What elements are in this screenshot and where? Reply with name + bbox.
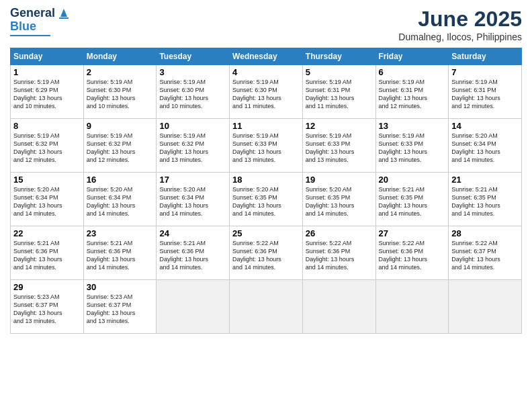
day-number: 14 <box>451 121 519 131</box>
table-row: 12Sunrise: 5:19 AMSunset: 6:33 PMDayligh… <box>302 119 375 173</box>
subtitle: Dumalneg, Ilocos, Philippines <box>398 32 522 42</box>
calendar-row: 29Sunrise: 5:23 AMSunset: 6:37 PMDayligh… <box>11 280 522 334</box>
day-number: 27 <box>379 228 446 238</box>
table-row: 19Sunrise: 5:20 AMSunset: 6:35 PMDayligh… <box>302 173 375 226</box>
cell-info: Sunrise: 5:21 AMSunset: 6:36 PMDaylight:… <box>159 240 208 271</box>
table-row: 21Sunrise: 5:21 AMSunset: 6:35 PMDayligh… <box>449 173 522 226</box>
table-row: 27Sunrise: 5:22 AMSunset: 6:36 PMDayligh… <box>375 226 449 280</box>
cell-info: Sunrise: 5:20 AMSunset: 6:35 PMDaylight:… <box>232 186 281 217</box>
cell-info: Sunrise: 5:23 AMSunset: 6:37 PMDaylight:… <box>13 293 62 324</box>
table-row: 30Sunrise: 5:23 AMSunset: 6:37 PMDayligh… <box>83 280 157 334</box>
logo-text: General <box>10 7 55 20</box>
month-title: June 2025 <box>398 7 522 32</box>
table-row: 13Sunrise: 5:19 AMSunset: 6:33 PMDayligh… <box>375 119 449 173</box>
day-number: 28 <box>451 228 519 238</box>
table-row: 23Sunrise: 5:21 AMSunset: 6:36 PMDayligh… <box>83 226 157 280</box>
table-row: 28Sunrise: 5:22 AMSunset: 6:37 PMDayligh… <box>449 226 522 280</box>
col-thursday: Thursday <box>302 48 375 65</box>
table-row: 2Sunrise: 5:19 AMSunset: 6:30 PMDaylight… <box>83 65 157 119</box>
day-number: 17 <box>159 175 226 185</box>
title-area: June 2025 Dumalneg, Ilocos, Philippines <box>398 7 522 42</box>
calendar-row: 1Sunrise: 5:19 AMSunset: 6:29 PMDaylight… <box>11 65 522 119</box>
day-number: 30 <box>87 282 154 292</box>
col-friday: Friday <box>375 48 449 65</box>
cell-info: Sunrise: 5:20 AMSunset: 6:34 PMDaylight:… <box>159 186 208 217</box>
day-number: 12 <box>306 121 373 131</box>
table-row: 14Sunrise: 5:20 AMSunset: 6:34 PMDayligh… <box>449 119 522 173</box>
main-container: General Blue June 2025 Dumalneg, Ilocos,… <box>0 0 532 411</box>
day-number: 16 <box>87 175 154 185</box>
cell-info: Sunrise: 5:19 AMSunset: 6:30 PMDaylight:… <box>159 79 208 109</box>
table-row: 16Sunrise: 5:20 AMSunset: 6:34 PMDayligh… <box>83 173 157 226</box>
day-number: 25 <box>232 228 300 238</box>
logo-line <box>10 35 50 36</box>
table-row <box>230 280 303 334</box>
day-number: 11 <box>232 121 300 131</box>
cell-info: Sunrise: 5:21 AMSunset: 6:36 PMDaylight:… <box>13 240 62 271</box>
day-number: 15 <box>13 175 81 185</box>
table-row: 8Sunrise: 5:19 AMSunset: 6:32 PMDaylight… <box>11 119 84 173</box>
day-number: 6 <box>379 67 446 77</box>
day-number: 23 <box>87 228 154 238</box>
col-tuesday: Tuesday <box>157 48 230 65</box>
cell-info: Sunrise: 5:19 AMSunset: 6:31 PMDaylight:… <box>306 79 355 109</box>
day-number: 29 <box>13 282 81 292</box>
day-number: 26 <box>306 228 373 238</box>
cell-info: Sunrise: 5:19 AMSunset: 6:31 PMDaylight:… <box>451 79 500 109</box>
col-sunday: Sunday <box>11 48 84 65</box>
cell-info: Sunrise: 5:19 AMSunset: 6:33 PMDaylight:… <box>379 132 428 163</box>
cell-info: Sunrise: 5:21 AMSunset: 6:35 PMDaylight:… <box>379 186 428 217</box>
table-row: 5Sunrise: 5:19 AMSunset: 6:31 PMDaylight… <box>302 65 375 119</box>
svg-marker-0 <box>60 9 67 17</box>
day-number: 5 <box>306 67 373 77</box>
svg-rect-1 <box>59 17 69 19</box>
cell-info: Sunrise: 5:20 AMSunset: 6:34 PMDaylight:… <box>87 186 136 217</box>
day-number: 20 <box>379 175 446 185</box>
day-number: 7 <box>451 67 519 77</box>
table-row: 20Sunrise: 5:21 AMSunset: 6:35 PMDayligh… <box>375 173 449 226</box>
day-number: 1 <box>13 67 81 77</box>
day-number: 8 <box>13 121 81 131</box>
cell-info: Sunrise: 5:19 AMSunset: 6:31 PMDaylight:… <box>379 79 428 109</box>
day-number: 24 <box>159 228 226 238</box>
col-monday: Monday <box>83 48 157 65</box>
day-number: 2 <box>87 67 154 77</box>
table-row: 24Sunrise: 5:21 AMSunset: 6:36 PMDayligh… <box>157 226 230 280</box>
logo-blue: Blue <box>10 20 36 34</box>
calendar-row: 22Sunrise: 5:21 AMSunset: 6:36 PMDayligh… <box>11 226 522 280</box>
day-number: 22 <box>13 228 81 238</box>
day-number: 10 <box>159 121 226 131</box>
table-row: 1Sunrise: 5:19 AMSunset: 6:29 PMDaylight… <box>11 65 84 119</box>
cell-info: Sunrise: 5:19 AMSunset: 6:30 PMDaylight:… <box>87 79 136 109</box>
cell-info: Sunrise: 5:21 AMSunset: 6:35 PMDaylight:… <box>451 186 500 217</box>
table-row <box>302 280 375 334</box>
cell-info: Sunrise: 5:22 AMSunset: 6:36 PMDaylight:… <box>306 240 355 271</box>
header-row: Sunday Monday Tuesday Wednesday Thursday… <box>11 48 522 65</box>
col-wednesday: Wednesday <box>230 48 303 65</box>
table-row: 18Sunrise: 5:20 AMSunset: 6:35 PMDayligh… <box>230 173 303 226</box>
col-saturday: Saturday <box>449 48 522 65</box>
cell-info: Sunrise: 5:22 AMSunset: 6:36 PMDaylight:… <box>379 240 428 271</box>
table-row: 3Sunrise: 5:19 AMSunset: 6:30 PMDaylight… <box>157 65 230 119</box>
cell-info: Sunrise: 5:20 AMSunset: 6:34 PMDaylight:… <box>451 132 500 163</box>
table-row <box>449 280 522 334</box>
logo-icon <box>56 5 71 19</box>
table-row: 26Sunrise: 5:22 AMSunset: 6:36 PMDayligh… <box>302 226 375 280</box>
table-row: 11Sunrise: 5:19 AMSunset: 6:33 PMDayligh… <box>230 119 303 173</box>
cell-info: Sunrise: 5:19 AMSunset: 6:32 PMDaylight:… <box>13 132 62 163</box>
cell-info: Sunrise: 5:23 AMSunset: 6:37 PMDaylight:… <box>87 293 136 324</box>
table-row: 10Sunrise: 5:19 AMSunset: 6:32 PMDayligh… <box>157 119 230 173</box>
header: General Blue June 2025 Dumalneg, Ilocos,… <box>10 7 522 42</box>
table-row: 25Sunrise: 5:22 AMSunset: 6:36 PMDayligh… <box>230 226 303 280</box>
cell-info: Sunrise: 5:22 AMSunset: 6:37 PMDaylight:… <box>451 240 500 271</box>
cell-info: Sunrise: 5:21 AMSunset: 6:36 PMDaylight:… <box>87 240 136 271</box>
day-number: 18 <box>232 175 300 185</box>
cell-info: Sunrise: 5:19 AMSunset: 6:29 PMDaylight:… <box>13 79 62 109</box>
logo: General Blue <box>10 7 71 36</box>
table-row: 7Sunrise: 5:19 AMSunset: 6:31 PMDaylight… <box>449 65 522 119</box>
cell-info: Sunrise: 5:22 AMSunset: 6:36 PMDaylight:… <box>232 240 281 271</box>
cell-info: Sunrise: 5:20 AMSunset: 6:34 PMDaylight:… <box>13 186 62 217</box>
calendar-table: Sunday Monday Tuesday Wednesday Thursday… <box>10 48 522 334</box>
cell-info: Sunrise: 5:19 AMSunset: 6:32 PMDaylight:… <box>159 132 208 163</box>
calendar-row: 8Sunrise: 5:19 AMSunset: 6:32 PMDaylight… <box>11 119 522 173</box>
